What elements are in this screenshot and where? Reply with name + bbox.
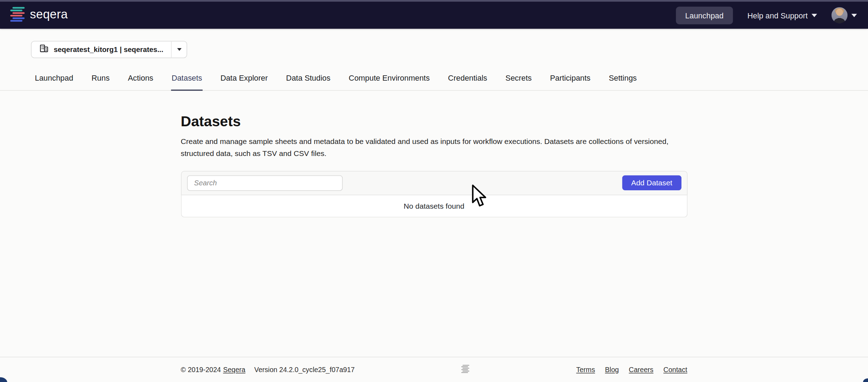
footer: © 2019-2024 Seqera Version 24.2.0_cycle2…: [0, 357, 868, 382]
terms-link[interactable]: Terms: [576, 366, 595, 374]
help-and-support-label: Help and Support: [747, 11, 807, 19]
tab-data-studios[interactable]: Data Studios: [286, 73, 331, 91]
copyright: © 2019-2024 Seqera: [181, 366, 246, 374]
empty-message: No datasets found: [404, 202, 464, 210]
footer-links: Terms Blog Careers Contact: [576, 366, 687, 374]
tab-actions[interactable]: Actions: [127, 73, 154, 91]
workspace-selector-row: seqeratest_kitorg1 | seqerates...: [31, 41, 868, 58]
chevron-down-icon: [851, 13, 857, 17]
tab-data-explorer[interactable]: Data Explorer: [220, 73, 268, 91]
workspace-selector-main[interactable]: seqeratest_kitorg1 | seqerates...: [32, 41, 171, 57]
footer-seqera-mark-icon: [461, 365, 469, 375]
user-menu[interactable]: [832, 7, 857, 23]
workspace-selector-label: seqeratest_kitorg1 | seqerates...: [54, 45, 164, 53]
tab-runs[interactable]: Runs: [91, 73, 110, 91]
page-title: Datasets: [181, 112, 687, 129]
seqera-link[interactable]: Seqera: [223, 366, 245, 374]
page-description: Create and manage sample sheets and meta…: [181, 135, 687, 160]
version-text: Version 24.2.0_cycle25_f07a917: [254, 366, 355, 374]
datasets-card: Add Dataset No datasets found: [181, 170, 687, 217]
datasets-empty-state: No datasets found: [181, 195, 687, 217]
tab-participants[interactable]: Participants: [549, 73, 591, 91]
datasets-toolbar: Add Dataset: [181, 170, 687, 195]
tab-compute-environments[interactable]: Compute Environments: [348, 73, 430, 91]
blog-link[interactable]: Blog: [605, 366, 619, 374]
workspace-tabs: Launchpad Runs Actions Datasets Data Exp…: [0, 73, 868, 91]
tab-datasets[interactable]: Datasets: [171, 73, 203, 91]
help-and-support-menu[interactable]: Help and Support: [747, 11, 817, 19]
contact-link[interactable]: Contact: [663, 366, 687, 374]
brand: seqera: [10, 6, 68, 24]
tab-settings[interactable]: Settings: [608, 73, 637, 91]
brand-text: seqera: [30, 7, 68, 22]
chevron-down-icon: [812, 13, 817, 17]
tab-secrets[interactable]: Secrets: [505, 73, 532, 91]
workspace-selector-caret-button[interactable]: [171, 41, 187, 57]
main-content: Datasets Create and manage sample sheets…: [181, 91, 687, 357]
user-avatar[interactable]: [832, 7, 847, 23]
footer-left: © 2019-2024 Seqera Version 24.2.0_cycle2…: [181, 366, 355, 374]
careers-link[interactable]: Careers: [629, 366, 653, 374]
search-input[interactable]: [187, 175, 342, 191]
chevron-down-icon: [177, 48, 182, 51]
tab-launchpad[interactable]: Launchpad: [34, 73, 74, 91]
app-root: seqera Launchpad Help and Support: [0, 0, 868, 382]
add-dataset-button[interactable]: Add Dataset: [622, 175, 681, 190]
launchpad-button[interactable]: Launchpad: [676, 6, 733, 24]
organization-icon: [39, 44, 49, 56]
top-navbar: seqera Launchpad Help and Support: [0, 0, 868, 29]
navbar-actions: Launchpad Help and Support: [676, 6, 857, 24]
seqera-logo-icon: [10, 6, 25, 24]
copyright-years: © 2019-2024: [181, 366, 221, 374]
workspace-selector[interactable]: seqeratest_kitorg1 | seqerates...: [31, 41, 187, 58]
tab-credentials[interactable]: Credentials: [447, 73, 488, 91]
